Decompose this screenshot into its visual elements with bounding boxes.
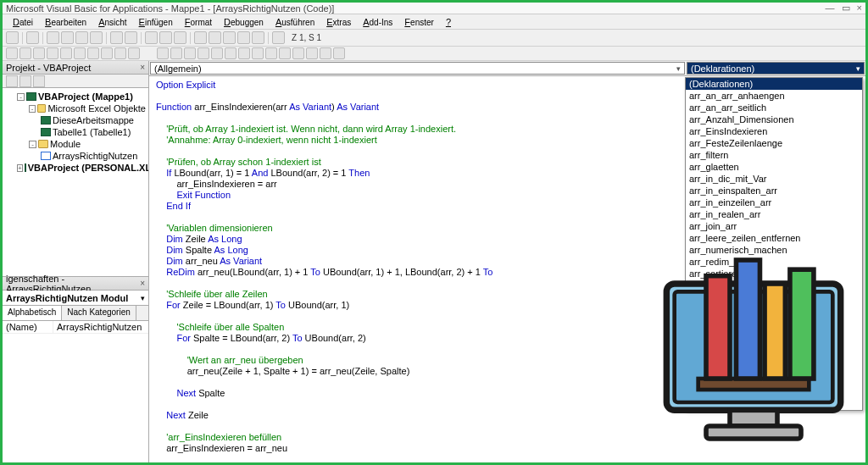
toolbox-icon[interactable] [252,31,264,44]
props-object-select[interactable]: ArraysRichtigNutzen Modul ▾ [3,291,148,306]
tree-tool3-icon[interactable] [33,75,45,87]
menu-add-ins[interactable]: Add-Ins [358,16,398,28]
help-icon[interactable] [272,31,285,44]
library-computer-illustration [631,236,868,465]
standard-toolbar[interactable]: Z 1, S 1 [3,30,865,47]
t2-1-icon[interactable] [6,47,18,59]
menu-debuggen[interactable]: Debuggen [219,16,269,28]
proc-item[interactable]: arr_in_einspalten_arr [686,185,862,197]
t2-15-icon[interactable] [211,47,223,59]
procedure-combo[interactable]: (Deklarationen) ▾ [687,62,865,75]
edit-toolbar[interactable] [3,47,865,61]
menu-extras[interactable]: Extras [321,16,356,28]
tree-node-excel-objects[interactable]: -Microsoft Excel Objekte [5,102,146,114]
menu-format[interactable]: Format [180,16,217,28]
proc-item[interactable]: arr_glaetten [686,161,862,173]
object-combo[interactable]: (Allgemein) ▾ [150,62,685,75]
chevron-down-icon: ▾ [676,64,681,73]
props-tab-alpha[interactable]: Alphabetisch [3,306,62,320]
t2-7-icon[interactable] [87,47,99,59]
t2-18-icon[interactable] [252,47,264,59]
tree-node-project2[interactable]: +VBAProject (PERSONAL.XLSB) [5,162,146,174]
menu-bar[interactable]: DateiBearbeitenAnsichtEinfügenFormatDebu… [3,14,865,30]
t2-10-icon[interactable] [128,47,140,59]
proc-item[interactable]: arr_FesteZeilenlaenge [686,137,862,149]
tree-node-project1[interactable]: -VBAProject (Mappe1) [5,91,146,102]
t2-5-icon[interactable] [60,47,72,59]
props-grid[interactable]: (Name) ArraysRichtigNutzen [3,321,148,462]
t2-20-icon[interactable] [279,47,291,59]
minimize-button[interactable]: — [826,3,835,14]
menu-ausführen[interactable]: Ausführen [270,16,320,28]
proc-item[interactable]: arr_an_arr_anhaengen [686,90,862,102]
props-cell-key: (Name) [3,321,53,333]
t2-24-icon[interactable] [333,47,345,59]
redo-icon[interactable] [125,31,137,44]
props-cell-val[interactable]: ArraysRichtigNutzen [53,321,145,333]
project-tree[interactable]: -VBAProject (Mappe1) -Microsoft Excel Ob… [3,88,148,276]
t2-23-icon[interactable] [320,47,331,59]
t2-22-icon[interactable] [306,47,318,59]
menu-datei[interactable]: Datei [8,16,38,28]
run-icon[interactable] [145,31,158,44]
proc-item[interactable]: arr_an_arr_seitlich [686,102,862,113]
project-icon[interactable] [209,31,221,44]
proc-item[interactable]: arr_in_realen_arr [686,208,862,220]
design-icon[interactable] [194,31,207,44]
t2-14-icon[interactable] [198,47,209,59]
cut-icon[interactable] [47,31,59,44]
menu-einfügen[interactable]: Einfügen [134,16,178,28]
menu-bearbeiten[interactable]: Bearbeiten [40,16,92,28]
menu-ansicht[interactable]: Ansicht [93,16,131,28]
proc-item[interactable]: (Deklarationen) [686,78,862,90]
proc-item[interactable]: arr_filtern [686,149,862,161]
tree-node-sheet1[interactable]: Tabelle1 (Tabelle1) [5,126,146,138]
save-icon[interactable] [26,31,39,44]
menu-fenster[interactable]: Fenster [399,16,439,28]
t2-4-icon[interactable] [47,47,58,59]
proc-item[interactable]: arr_EinsIndexieren [686,125,862,137]
t2-8-icon[interactable] [101,47,113,59]
proc-item[interactable]: arr_in_einzeilen_arr [686,197,862,208]
tree-tool2-icon[interactable] [19,75,31,87]
t2-3-icon[interactable] [33,47,45,59]
t2-17-icon[interactable] [238,47,250,59]
close-button[interactable]: × [857,3,862,14]
props-tabs[interactable]: Alphabetisch Nach Kategorien [3,306,148,321]
t2-6-icon[interactable] [74,47,86,59]
tree-tool-icon[interactable] [6,75,18,87]
proc-item[interactable]: arr_in_dic_mit_Var [686,173,862,185]
t2-16-icon[interactable] [225,47,236,59]
proc-item[interactable]: arr_join_arr [686,220,862,232]
maximize-button[interactable]: ▭ [842,3,850,14]
t2-21-icon[interactable] [292,47,304,59]
view-icon[interactable] [6,31,19,44]
t2-2-icon[interactable] [19,47,31,59]
menu-?[interactable]: ? [441,16,456,28]
tree-node-module[interactable]: ArraysRichtigNutzen [5,150,146,162]
props-close-icon[interactable]: × [140,279,145,288]
properties-panel: igenschaften - ArraysRichtigNutzen × Arr… [3,276,148,462]
t2-9-icon[interactable] [114,47,126,59]
pause-icon[interactable] [159,31,172,44]
undo-icon[interactable] [110,31,123,44]
props-tab-cat[interactable]: Nach Kategorien [62,306,136,320]
copy-icon[interactable] [61,31,74,44]
title-bar: Microsoft Visual Basic for Applications … [3,3,865,14]
t2-13-icon[interactable] [184,47,196,59]
project-close-icon[interactable]: × [140,63,145,72]
browser-icon[interactable] [237,31,250,44]
find-icon[interactable] [90,31,103,44]
paste-icon[interactable] [75,31,88,44]
tree-node-workbook[interactable]: DieseArbeitsmappe [5,114,146,126]
stop-icon[interactable] [174,31,186,44]
props-row[interactable]: (Name) ArraysRichtigNutzen [3,321,148,334]
props-icon[interactable] [223,31,236,44]
t2-12-icon[interactable] [170,47,182,59]
t2-11-icon[interactable] [157,47,169,59]
proc-item[interactable]: arr_Anzahl_Dimensionen [686,113,862,125]
svg-rect-6 [790,269,814,379]
svg-rect-8 [706,426,801,439]
tree-node-modules[interactable]: -Module [5,138,146,150]
t2-19-icon[interactable] [265,47,277,59]
